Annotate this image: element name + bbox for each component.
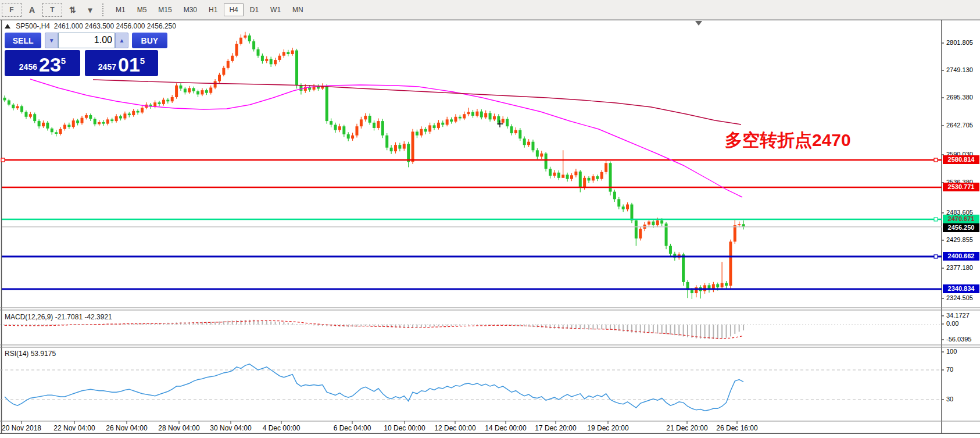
sell-price-sup: 5	[61, 50, 66, 72]
price-line-label: 2340.834	[943, 284, 979, 293]
toolbar-icons: FAT⇅▾	[0, 3, 99, 17]
timeframe-button-w1[interactable]: W1	[265, 3, 286, 16]
time-axis-tick: 30 Nov 04:00	[210, 424, 251, 432]
timeframe-bar: M1M5M15M30H1H4D1W1MN	[110, 3, 309, 16]
buy-button[interactable]: BUY	[132, 33, 167, 48]
one-click-trade-panel: SELL ▼ ▲ BUY 2456 23 5 2457 01 5	[5, 33, 167, 76]
toolbar-grip[interactable]	[102, 3, 106, 16]
timeframe-button-m5[interactable]: M5	[132, 3, 152, 16]
macd-axis-tick: -56.0395	[946, 336, 971, 343]
time-axis-tick: 22 Nov 04:00	[53, 424, 95, 432]
timeframe-button-d1[interactable]: D1	[245, 3, 264, 16]
time-axis-tick: 21 Dec 20:00	[666, 424, 707, 432]
time-axis-tick: 4 Dec 00:00	[263, 424, 301, 432]
sell-price-big: 23	[39, 55, 61, 74]
volume-up-button[interactable]: ▲	[115, 33, 128, 48]
rsi-axis-tick: 70	[946, 366, 953, 373]
time-axis-tick: 17 Dec 20:00	[535, 424, 576, 432]
rsi-label: RSI(14) 53.9175	[5, 350, 56, 358]
buy-price-prefix: 2457	[98, 59, 116, 74]
price-line-label: 2530.771	[943, 183, 979, 191]
price-line-label: 2456.250	[943, 223, 979, 232]
chart-text-annotation: 多空转折点2470	[725, 129, 851, 152]
price-axis-tick: 2429.855	[946, 236, 973, 243]
symbol-info: SP500-,H4 2461.000 2463.500 2456.000 245…	[5, 22, 176, 30]
time-axis-tick: 14 Dec 00:00	[485, 424, 526, 432]
time-axis-tick: 19 Dec 20:00	[587, 424, 628, 432]
symbol-name: SP500-,H4	[16, 22, 50, 30]
macd-axis-tick: 0.00	[946, 320, 958, 327]
buy-price-display[interactable]: 2457 01 5	[85, 50, 158, 76]
symbol-ohlc: 2461.000 2463.500 2456.000 2456.250	[54, 22, 176, 30]
time-axis-tick: 20 Nov 2018	[2, 424, 41, 432]
timeframe-button-h4[interactable]: H4	[224, 3, 243, 16]
arrows-icon[interactable]: ⇅	[66, 3, 80, 16]
price-axis-tick: 2749.130	[946, 66, 973, 73]
time-axis-tick: 10 Dec 00:00	[384, 424, 425, 432]
time-axis-tick: 12 Dec 00:00	[434, 424, 475, 432]
volume-field-wrap	[58, 33, 115, 48]
symbol-triangle-icon	[5, 24, 10, 29]
textbox-t-icon[interactable]: T	[42, 3, 62, 17]
timeframe-button-h1[interactable]: H1	[203, 3, 223, 16]
price-line-label: 2470.671	[943, 215, 979, 223]
macd-label: MACD(12,26,9) -21.7081 -42.3921	[5, 313, 112, 321]
buy-price-sup: 5	[140, 50, 145, 72]
chart-area[interactable]	[2, 20, 942, 421]
price-axis-tick: 2377.180	[946, 264, 973, 271]
price-line-label: 2400.662	[943, 252, 979, 261]
time-axis-tick: 28 Nov 04:00	[158, 424, 199, 432]
price-axis-tick: 2642.705	[946, 122, 973, 129]
price-line-label: 2580.814	[943, 155, 979, 164]
volume-down-button[interactable]: ▼	[45, 33, 58, 48]
dropdown-caret-icon[interactable]: ▾	[83, 3, 97, 16]
time-axis-tick: 26 Nov 04:00	[106, 424, 147, 432]
time-axis-tick: 6 Dec 04:00	[334, 424, 371, 432]
sell-price-prefix: 2456	[19, 59, 37, 74]
time-axis-tick: 26 Dec 16:00	[716, 424, 757, 432]
sell-button[interactable]: SELL	[5, 33, 41, 48]
text-a-icon[interactable]: A	[25, 3, 39, 16]
volume-input[interactable]	[59, 33, 115, 47]
price-axis-tick: 2801.805	[946, 39, 973, 46]
timeframe-button-m30[interactable]: M30	[178, 3, 202, 16]
timeframe-button-m1[interactable]: M1	[110, 3, 131, 16]
price-axis-tick: 2695.380	[946, 94, 973, 101]
timeframe-button-m15[interactable]: M15	[153, 3, 177, 16]
price-axis-tick: 2324.505	[946, 294, 973, 301]
rsi-axis-tick: 30	[946, 396, 953, 403]
metatrader-window: FAT⇅▾ M1M5M15M30H1H4D1W1MN SP500-,H4 246…	[0, 0, 980, 438]
toolbar: FAT⇅▾ M1M5M15M30H1H4D1W1MN	[0, 0, 980, 20]
grid-f-icon[interactable]: F	[2, 3, 22, 17]
sell-price-display[interactable]: 2456 23 5	[5, 50, 80, 76]
macd-axis-tick: 34.1727	[946, 312, 970, 319]
rsi-axis-tick: 100	[946, 348, 957, 355]
buy-price-big: 01	[118, 55, 140, 74]
timeframe-button-mn[interactable]: MN	[287, 3, 309, 16]
